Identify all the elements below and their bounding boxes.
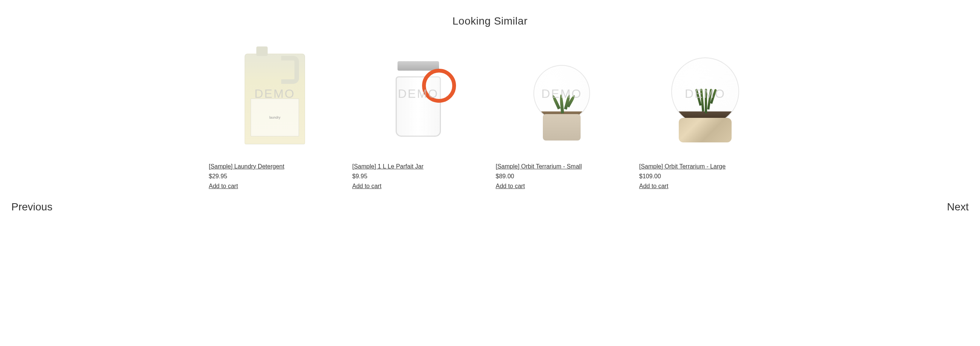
add-to-cart-button[interactable]: Add to cart (639, 183, 771, 190)
next-button[interactable]: Next (947, 201, 969, 213)
product-price: $29.95 (209, 173, 341, 180)
product-image-link[interactable]: laundry DEMO (209, 46, 341, 152)
demo-watermark: DEMO (685, 87, 725, 101)
carousel-navigation: Previous Next (8, 201, 972, 213)
product-card: DEMO [Sample] Orbit Terrarium - Large $1… (639, 46, 771, 190)
demo-watermark: DEMO (398, 87, 439, 101)
add-to-cart-button[interactable]: Add to cart (352, 183, 484, 190)
product-image-link[interactable]: DEMO (639, 46, 771, 152)
add-to-cart-button[interactable]: Add to cart (496, 183, 628, 190)
product-card: DEMO [Sample] Orbit Terrarium - Small $8… (496, 46, 628, 190)
product-image-link[interactable]: DEMO (352, 46, 484, 152)
demo-watermark: DEMO (255, 87, 295, 101)
product-name-link[interactable]: [Sample] Orbit Terrarium - Large (639, 163, 771, 170)
demo-watermark: DEMO (541, 87, 582, 101)
previous-button[interactable]: Previous (11, 201, 52, 213)
product-name-link[interactable]: [Sample] Orbit Terrarium - Small (496, 163, 628, 170)
products-grid: laundry DEMO [Sample] Laundry Detergent … (207, 46, 773, 190)
product-card: laundry DEMO [Sample] Laundry Detergent … (209, 46, 341, 190)
add-to-cart-button[interactable]: Add to cart (209, 183, 341, 190)
product-card: DEMO [Sample] 1 L Le Parfait Jar $9.95 A… (352, 46, 484, 190)
product-name-link[interactable]: [Sample] Laundry Detergent (209, 163, 341, 170)
product-image-link[interactable]: DEMO (496, 46, 628, 152)
product-price: $89.00 (496, 173, 628, 180)
product-price: $109.00 (639, 173, 771, 180)
section-title: Looking Similar (8, 15, 972, 27)
product-price: $9.95 (352, 173, 484, 180)
product-name-link[interactable]: [Sample] 1 L Le Parfait Jar (352, 163, 484, 170)
